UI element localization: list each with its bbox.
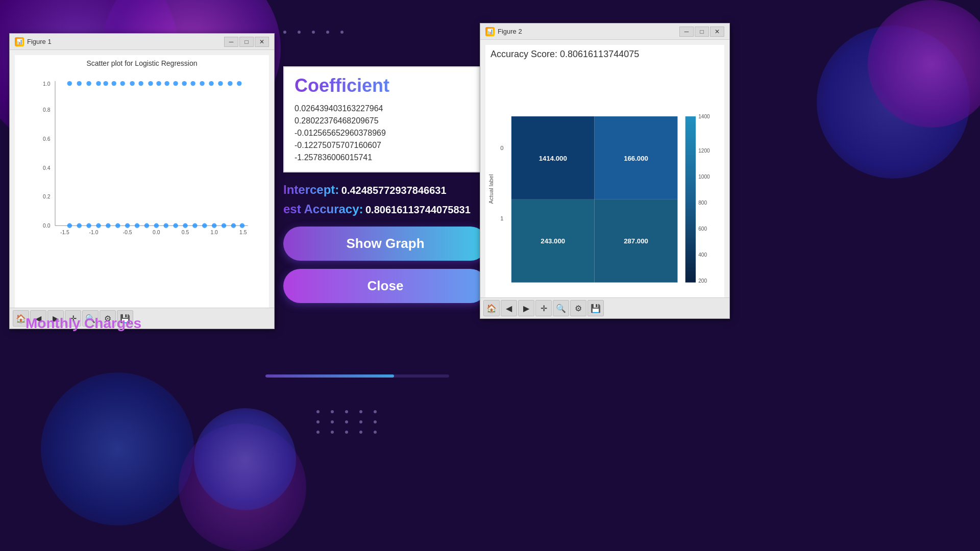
svg-point-16 (77, 81, 82, 86)
svg-text:0.5: 0.5 (182, 230, 189, 235)
figure2-forward-button[interactable]: ▶ (518, 300, 534, 316)
svg-text:0.0: 0.0 (153, 230, 160, 235)
svg-point-21 (120, 81, 125, 86)
svg-point-24 (148, 81, 153, 86)
svg-point-32 (218, 81, 223, 86)
svg-point-15 (67, 81, 72, 86)
figure2-zoom-in-button[interactable]: ✛ (535, 300, 552, 316)
figure1-title: Figure 1 (27, 38, 52, 45)
svg-text:-0.5: -0.5 (123, 230, 132, 235)
svg-point-17 (86, 81, 91, 86)
svg-point-33 (228, 81, 232, 86)
figure2-close-button[interactable]: ✕ (710, 27, 724, 37)
figure1-icon: 📊 (15, 37, 24, 46)
svg-text:-1.0: -1.0 (89, 230, 99, 235)
figure2-minimize-button[interactable]: ─ (679, 27, 694, 37)
progress-bar-fill (265, 374, 394, 378)
accuracy-score-display: Accuracy Score: 0.80616113744075 (485, 45, 724, 64)
intercept-value: 0.42485772937846631 (341, 185, 447, 196)
svg-point-26 (164, 81, 169, 86)
svg-text:166.000: 166.000 (624, 155, 648, 162)
scatter-plot-svg: 0.0 0.2 0.4 0.6 0.8 1.0 -1.5 -1.0 -0.5 0… (15, 71, 269, 245)
figure1-window: 📊 Figure 1 ─ □ ✕ Scatter plot for Logist… (9, 33, 275, 329)
figure2-search-button[interactable]: 🔍 (553, 300, 569, 316)
svg-text:1414.000: 1414.000 (539, 155, 567, 162)
svg-text:0.2: 0.2 (43, 194, 51, 199)
figure2-save-button[interactable]: 💾 (587, 300, 604, 316)
svg-text:400: 400 (698, 252, 707, 258)
figure2-icon: 📊 (485, 27, 495, 36)
coeff-value-1: 0.026439403163227964 (295, 103, 476, 115)
svg-point-45 (164, 223, 168, 228)
svg-point-39 (106, 223, 110, 228)
figure2-toolbar: 🏠 ◀ ▶ ✛ 🔍 ⚙ 💾 (480, 297, 729, 318)
svg-text:1000: 1000 (698, 174, 710, 180)
svg-point-43 (144, 223, 149, 228)
svg-point-40 (115, 223, 120, 228)
coeff-value-5: -1.257836006015741 (295, 152, 476, 164)
svg-point-18 (96, 81, 101, 86)
svg-point-30 (200, 81, 204, 86)
coeff-value-3: -0.012565652960378969 (295, 127, 476, 139)
svg-text:0: 0 (500, 145, 503, 151)
svg-point-35 (67, 223, 72, 228)
close-button[interactable]: Close (283, 269, 487, 303)
svg-text:243.000: 243.000 (541, 237, 565, 245)
svg-text:1200: 1200 (698, 148, 710, 154)
svg-rect-68 (685, 116, 696, 283)
svg-point-20 (112, 81, 116, 86)
intercept-label: Intercept: (283, 183, 339, 196)
svg-text:Actual label: Actual label (488, 174, 494, 204)
show-graph-button[interactable]: Show Graph (283, 227, 487, 261)
progress-bar (265, 374, 449, 378)
figure2-plot: Accuracy Score: 0.80616113744075 Actual … (485, 45, 724, 297)
figure1-titlebar: 📊 Figure 1 ─ □ ✕ (10, 34, 274, 50)
center-panel: Coefficient 0.026439403163227964 0.28022… (283, 66, 487, 303)
svg-point-34 (237, 81, 241, 86)
svg-point-38 (96, 223, 101, 228)
svg-text:-1.5: -1.5 (60, 230, 69, 235)
figure2-back-button[interactable]: ◀ (501, 300, 517, 316)
svg-point-22 (130, 81, 134, 86)
svg-text:287.000: 287.000 (624, 237, 648, 245)
svg-point-51 (222, 223, 226, 228)
svg-point-27 (173, 81, 178, 86)
svg-point-37 (86, 223, 91, 228)
svg-point-29 (190, 81, 195, 86)
svg-point-47 (183, 223, 187, 228)
figure2-titlebar: 📊 Figure 2 ─ □ ✕ (480, 23, 729, 40)
figure2-settings-button[interactable]: ⚙ (570, 300, 586, 316)
svg-text:0.6: 0.6 (43, 136, 51, 142)
svg-text:600: 600 (698, 226, 707, 232)
figure1-plot-title: Scatter plot for Logistic Regression (15, 55, 269, 71)
svg-text:1: 1 (500, 215, 503, 221)
svg-text:1400: 1400 (698, 114, 710, 119)
svg-text:1.0: 1.0 (43, 81, 51, 87)
coefficient-box: Coefficient 0.026439403163227964 0.28022… (283, 66, 487, 172)
svg-point-23 (138, 81, 143, 86)
svg-point-48 (192, 223, 197, 228)
coeff-value-4: -0.12275075707160607 (295, 139, 476, 152)
svg-point-44 (154, 223, 159, 228)
figure2-title: Figure 2 (498, 28, 522, 35)
accuracy-section: est Accuracy: 0.80616113744075831 (283, 202, 487, 216)
figure1-maximize-button[interactable]: □ (239, 37, 254, 47)
svg-point-50 (212, 223, 216, 228)
accuracy-label: est Accuracy: (283, 202, 363, 216)
svg-point-31 (209, 81, 213, 86)
svg-point-53 (240, 223, 244, 228)
figure1-minimize-button[interactable]: ─ (224, 37, 238, 47)
figure2-maximize-button[interactable]: □ (695, 27, 709, 37)
figure1-close-button[interactable]: ✕ (255, 37, 269, 47)
svg-text:800: 800 (698, 200, 707, 206)
svg-text:1.5: 1.5 (239, 230, 247, 235)
svg-point-19 (103, 81, 108, 86)
svg-text:0.4: 0.4 (43, 165, 51, 171)
coefficient-title: Coefficient (295, 75, 476, 96)
svg-point-42 (135, 223, 139, 228)
figure2-home-button[interactable]: 🏠 (483, 300, 500, 316)
svg-point-36 (77, 223, 82, 228)
svg-point-41 (125, 223, 130, 228)
confusion-matrix-svg: Actual label Predicted label 0 1 0 1 141… (485, 64, 724, 283)
svg-text:200: 200 (698, 278, 707, 283)
